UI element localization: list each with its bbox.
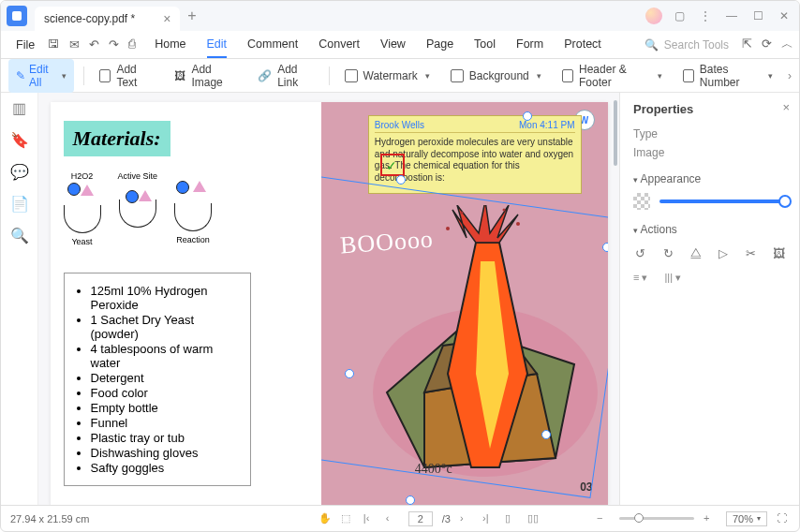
mail-icon[interactable]: ✉ [69,37,80,52]
kebab-menu-icon[interactable]: ⋮ [696,7,715,25]
file-menu[interactable]: File [7,38,44,52]
selection-handle[interactable] [406,495,415,505]
rotate-right-icon[interactable]: ↻ [661,245,676,260]
replace-image-icon[interactable]: 🖼 [772,245,787,260]
window-maximize-icon[interactable]: ☐ [748,7,767,25]
close-panel-icon[interactable]: × [782,100,790,114]
print-icon[interactable]: ⎙ [128,37,136,52]
scrollbar[interactable] [614,100,617,166]
appearance-section[interactable]: Appearance [633,172,786,185]
thumbnails-icon[interactable]: ▥ [12,100,27,115]
redo-icon[interactable]: ↷ [109,37,119,52]
rotate-left-icon[interactable]: ↺ [633,245,648,260]
first-page-icon[interactable]: |‹ [363,512,377,525]
page-dimensions: 27.94 x 21.59 cm [10,513,89,525]
single-page-view-icon[interactable]: ▯ [505,512,518,525]
tab-convert[interactable]: Convert [319,32,360,57]
text-icon [99,69,111,82]
actions-section[interactable]: Actions [633,223,786,236]
two-page-view-icon[interactable]: ▯▯ [527,512,541,525]
open-external-icon[interactable]: ⇱ [742,37,752,52]
bates-icon [683,69,694,82]
next-page-icon[interactable]: › [460,512,473,525]
note-author: Brook Wells [375,120,424,130]
watermark-button[interactable]: Watermark [339,66,436,86]
search-panel-icon[interactable]: 🔍 [12,228,27,243]
new-tab-button[interactable]: + [187,7,196,24]
background-icon [451,69,464,82]
page-input[interactable]: 2 [408,511,433,526]
toolbar-more-icon[interactable]: › [788,69,792,82]
comments-icon[interactable]: 💬 [12,164,27,179]
add-link-button[interactable]: 🔗Add Link [252,59,319,93]
crop-icon[interactable]: ✂ [744,245,759,260]
add-image-button[interactable]: 🖼Add Image [169,59,243,93]
tab-page[interactable]: Page [426,32,453,57]
save-icon[interactable]: 🖫 [48,37,60,52]
last-page-icon[interactable]: ›| [482,512,496,525]
document-canvas[interactable]: ‹ Materials: H2O2 Yeast Active [38,93,619,505]
bookmarks-icon[interactable]: 🔖 [12,132,27,147]
window-close-icon[interactable]: ✕ [775,7,793,25]
prev-page-icon[interactable]: ‹ [386,512,399,525]
flip-horizontal-icon[interactable]: ▷ [717,245,732,260]
tab-view[interactable]: View [380,32,406,57]
selection-handle[interactable] [345,369,354,378]
distribute-dropdown[interactable]: ||| ▾ [664,272,681,284]
background-button[interactable]: Background [445,66,547,86]
fit-page-icon[interactable]: ⛶ [777,512,790,525]
tab-comment[interactable]: Comment [247,32,298,57]
watermark-icon [345,69,358,82]
selection-handle[interactable] [541,430,551,439]
tab-form[interactable]: Form [516,32,543,57]
document-tab[interactable]: science-copy.pdf * × [35,7,180,31]
opacity-icon [633,193,650,210]
hand-tool-icon[interactable]: ✋ [319,512,332,525]
add-text-button[interactable]: Add Text [94,59,159,93]
image-selection-box[interactable] [321,174,608,498]
window-minimize-icon[interactable]: — [722,7,741,25]
selection-handle[interactable] [602,243,608,252]
selection-handle[interactable] [523,111,532,121]
flip-vertical-icon[interactable]: ⧋ [689,245,704,260]
page-left-column: Materials: H2O2 Yeast Active Site [51,102,321,505]
attachments-icon[interactable]: 📄 [12,196,27,211]
chevron-up-icon[interactable]: ︿ [781,37,793,52]
left-rail: ▥ 🔖 💬 📄 🔍 [1,93,38,505]
list-item: Funnel [91,416,237,430]
list-item: Safty goggles [91,461,237,475]
diagram-reaction: Reaction [174,171,212,246]
close-tab-icon[interactable]: × [163,11,170,26]
cloud-icon[interactable]: ⟳ [762,37,772,52]
properties-panel: × Properties Type Image Appearance Actio… [619,93,799,505]
header-footer-button[interactable]: Header & Footer [556,59,668,93]
zoom-slider[interactable] [619,517,694,520]
materials-heading: Materials: [64,121,170,156]
tab-edit[interactable]: Edit [207,32,228,58]
undo-icon[interactable]: ↶ [89,37,99,52]
zoom-dropdown[interactable]: 70%▾ [726,511,767,526]
search-placeholder: Search Tools [664,38,729,52]
share-icon[interactable]: ▢ [670,7,689,25]
tab-tool[interactable]: Tool [474,32,496,57]
page-right-column: W Brook Wells Mon 4:11 PM Hydrogen perox… [321,102,608,505]
assistant-orb-icon[interactable] [645,7,662,24]
tab-home[interactable]: Home [155,32,185,57]
align-left-dropdown[interactable]: ≡ ▾ [633,272,647,284]
tab-protect[interactable]: Protect [564,32,601,57]
zoom-in-icon[interactable]: + [704,512,717,525]
search-tools[interactable]: 🔍 Search Tools [644,38,729,52]
slider-thumb[interactable] [778,195,792,208]
properties-title: Properties [633,102,786,116]
type-value: Image [633,146,786,159]
note-time: Mon 4:11 PM [519,120,574,130]
zoom-out-icon[interactable]: − [597,512,610,525]
list-item: Plastic tray or tub [91,431,237,445]
zoom-thumb[interactable] [634,513,644,523]
select-tool-icon[interactable]: ⬚ [341,512,354,525]
bates-number-button[interactable]: Bates Number [677,59,778,93]
edit-all-button[interactable]: ✎ Edit All [8,59,74,93]
selection-handle[interactable] [396,175,406,185]
diagram-h2o2: H2O2 Yeast [64,171,101,246]
opacity-slider[interactable] [633,193,786,210]
